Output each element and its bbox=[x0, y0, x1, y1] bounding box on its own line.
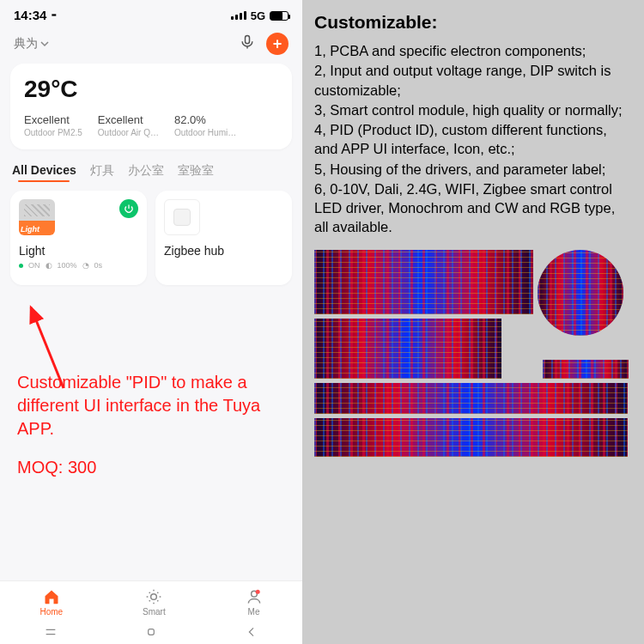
pcb-image bbox=[314, 319, 501, 379]
annotation-text: Customizable "PID" to make a different U… bbox=[17, 371, 285, 440]
status-time: 14:34 ⁃ bbox=[14, 8, 58, 23]
pcb-image bbox=[314, 383, 628, 414]
device-name: Light bbox=[19, 244, 138, 258]
env-pm25: Excellent Outdoor PM2.5 bbox=[24, 113, 82, 137]
chevron-down-icon bbox=[40, 39, 49, 48]
spec-item: 1, PCBA and specific electron components… bbox=[314, 41, 632, 60]
android-nav-bar bbox=[0, 620, 302, 644]
svg-point-2 bbox=[151, 594, 157, 600]
status-bar: 14:34 ⁃ 5G bbox=[0, 0, 302, 26]
sun-icon bbox=[145, 588, 162, 605]
status-dot-icon bbox=[19, 264, 23, 268]
add-button[interactable]: + bbox=[266, 33, 289, 55]
status-indicators: 5G bbox=[231, 9, 289, 22]
nav-home[interactable]: Home bbox=[39, 588, 63, 617]
spec-heading: Customizable: bbox=[314, 12, 632, 33]
spec-item: 6, 0-10V, Dali, 2.4G, WIFI, Zigbee smart… bbox=[314, 179, 632, 237]
pcb-image bbox=[538, 250, 623, 336]
home-icon bbox=[43, 588, 60, 605]
tab-all-devices[interactable]: All Devices bbox=[12, 163, 76, 182]
network-label: 5G bbox=[251, 9, 265, 22]
device-name: Zigbee hub bbox=[164, 244, 283, 258]
nav-me[interactable]: Me bbox=[246, 588, 263, 617]
tab-lab[interactable]: 室验室 bbox=[178, 163, 214, 182]
annotation-moq: MOQ: 300 bbox=[17, 456, 285, 479]
pcb-image bbox=[314, 418, 628, 457]
spec-item: 5, Housing of the drivers, and parameter… bbox=[314, 160, 632, 179]
device-thumb-light bbox=[19, 199, 55, 235]
nav-smart[interactable]: Smart bbox=[143, 588, 166, 617]
spec-item: 2, Input and output voltage range, DIP s… bbox=[314, 61, 632, 100]
tab-lights[interactable]: 灯具 bbox=[90, 163, 114, 182]
svg-rect-0 bbox=[246, 36, 250, 44]
phone-screenshot: 14:34 ⁃ 5G 典为 + 29°C Excellent Outdoor P… bbox=[0, 0, 302, 644]
device-stats: ON ◐100% ◔0s bbox=[19, 261, 138, 270]
back-nav-icon[interactable] bbox=[245, 625, 258, 639]
room-tabs: All Devices 灯具 办公室 室验室 bbox=[0, 160, 302, 191]
pcb-gallery bbox=[314, 250, 632, 457]
bottom-nav: Home Smart Me bbox=[0, 580, 302, 620]
home-selector[interactable]: 典为 bbox=[14, 36, 49, 52]
pcb-image bbox=[543, 360, 629, 379]
device-card-hub[interactable]: Zigbee hub bbox=[155, 191, 292, 285]
home-nav-icon[interactable] bbox=[144, 625, 158, 639]
tab-office[interactable]: 办公室 bbox=[128, 163, 164, 182]
annotation-text-block: Customizable "PID" to make a different U… bbox=[0, 285, 302, 479]
battery-icon bbox=[270, 11, 289, 21]
device-card-light[interactable]: Light ON ◐100% ◔0s bbox=[10, 191, 147, 285]
signal-icon bbox=[231, 11, 246, 20]
env-humidity: 82.0% Outdoor Humi… bbox=[174, 113, 236, 137]
spec-item: 4, PID (Product ID), custom different fu… bbox=[314, 120, 632, 159]
spec-item: 3, Smart control module, high quality or… bbox=[314, 100, 632, 119]
person-icon bbox=[246, 588, 263, 605]
temperature: 29°C bbox=[24, 76, 278, 103]
spec-panel: Customizable: 1, PCBA and specific elect… bbox=[302, 0, 644, 644]
svg-rect-5 bbox=[149, 629, 155, 635]
weather-card[interactable]: 29°C Excellent Outdoor PM2.5 Excellent O… bbox=[10, 64, 292, 149]
svg-point-4 bbox=[255, 590, 259, 594]
mic-icon[interactable] bbox=[239, 33, 256, 54]
env-airq: Excellent Outdoor Air Q… bbox=[98, 113, 159, 137]
pcb-image bbox=[314, 250, 533, 314]
app-header: 典为 + bbox=[0, 26, 302, 64]
recent-apps-icon[interactable] bbox=[44, 625, 58, 639]
home-selector-label: 典为 bbox=[14, 36, 38, 52]
device-thumb-hub bbox=[164, 199, 200, 235]
spec-list: 1, PCBA and specific electron components… bbox=[314, 41, 632, 238]
power-toggle[interactable] bbox=[119, 199, 138, 218]
